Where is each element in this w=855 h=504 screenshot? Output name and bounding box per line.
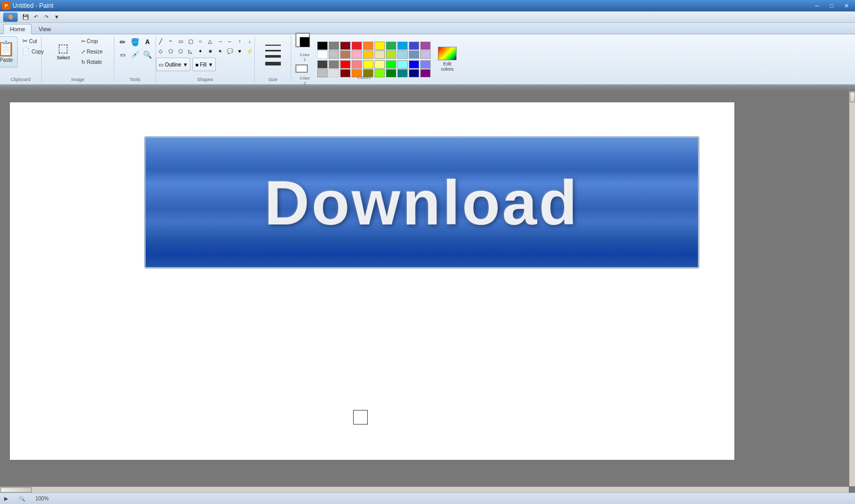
picker-tool[interactable]: 💉	[129, 49, 141, 60]
palette-cell[interactable]	[420, 60, 431, 69]
image-section: ⬚ Select ✂ Crop ⤢ Resize ↻ Rotate	[42, 36, 114, 82]
horizontal-scrollbar[interactable]	[0, 486, 849, 493]
shape-pentagon[interactable]: ⬠	[166, 46, 175, 56]
canvas-surface[interactable]: Download	[9, 102, 735, 460]
palette-cell[interactable]	[397, 42, 408, 50]
text-tool[interactable]: A	[142, 36, 153, 48]
palette-cell[interactable]	[363, 50, 373, 59]
shape-star4[interactable]: ✦	[196, 46, 205, 56]
rotate-button[interactable]: ↻ Rotate	[79, 57, 106, 67]
redo-button[interactable]: ↷	[42, 12, 51, 22]
palette-cell[interactable]	[340, 50, 351, 59]
colors-label: Colors	[291, 74, 437, 80]
shape-curve[interactable]: ~	[166, 36, 175, 46]
color1-selector[interactable]	[295, 33, 314, 51]
palette-cell[interactable]	[386, 42, 396, 50]
palette-cell[interactable]	[397, 60, 408, 69]
hscroll-thumb[interactable]	[1, 487, 32, 493]
palette-cell[interactable]	[340, 60, 351, 69]
shape-heart[interactable]: ♥	[235, 46, 244, 56]
cut-icon: ✂	[22, 37, 28, 45]
tab-view[interactable]: View	[32, 23, 58, 34]
shape-star5[interactable]: ★	[205, 46, 215, 56]
outline-button[interactable]: ▭ Outline ▼	[156, 58, 190, 71]
shape-star6[interactable]: ✶	[215, 46, 225, 56]
tools-section: ✏ 🪣 A ▭ 💉 🔍 Tools	[114, 36, 156, 82]
color2-selector[interactable]	[295, 64, 314, 75]
shape-arrow-left[interactable]: ←	[225, 36, 235, 46]
palette-cell[interactable]	[409, 42, 419, 50]
resize-icon: ⤢	[81, 49, 85, 55]
palette-cell[interactable]	[352, 60, 362, 69]
shape-hexagon[interactable]: ⬡	[176, 46, 185, 56]
close-button[interactable]: ✕	[839, 1, 853, 10]
maximize-button[interactable]: □	[825, 1, 838, 10]
shape-arrow-up[interactable]: ↑	[235, 36, 244, 46]
palette-cell[interactable]	[397, 50, 408, 59]
palette-cell[interactable]	[329, 60, 339, 69]
edit-colors-button[interactable]: Editcolors	[434, 45, 461, 74]
size-selector[interactable]	[264, 41, 282, 70]
shape-roundrect[interactable]: ▢	[186, 36, 195, 46]
shapes-grid: ╱ ~ ▭ ▢ ○ △ → ← ↑ ↓ ◇ ⬠ ⬡ ◺ ✦ ★ ✶ 💬 ♥	[156, 36, 254, 56]
quick-access-dropdown[interactable]: ▼	[52, 12, 61, 22]
palette-cell[interactable]	[317, 60, 328, 69]
palette-row3	[317, 60, 431, 69]
shape-callout[interactable]: 💬	[225, 46, 235, 56]
palette-cell[interactable]	[317, 50, 328, 59]
minimize-button[interactable]: ─	[810, 1, 824, 10]
shapes-label: Shapes	[160, 76, 250, 82]
fill-button[interactable]: ■ Fill ▼	[192, 58, 216, 71]
shape-line[interactable]: ╱	[156, 36, 165, 46]
magnifier-tool[interactable]: 🔍	[142, 49, 153, 60]
ribbon: 📋 Paste ✂ Cut 📄 Copy Clipboard ⬚	[0, 34, 855, 85]
palette-cell[interactable]	[363, 42, 373, 50]
colors-section: Color1 Color2	[291, 36, 437, 82]
eraser-tool[interactable]: ▭	[117, 49, 128, 60]
palette-cell[interactable]	[386, 50, 396, 59]
palette-cell[interactable]	[329, 50, 339, 59]
palette-cell[interactable]	[409, 50, 419, 59]
tab-home[interactable]: Home	[3, 24, 32, 34]
palette-cell[interactable]	[352, 42, 362, 50]
vscroll-thumb[interactable]	[850, 92, 855, 102]
undo-button[interactable]: ↶	[31, 12, 41, 22]
fill-tool[interactable]: 🪣	[129, 36, 141, 48]
fill-icon: ■	[195, 62, 198, 68]
palette-cell[interactable]	[386, 60, 396, 69]
palette-cell[interactable]	[420, 50, 431, 59]
shape-diamond[interactable]: ◇	[156, 46, 165, 56]
palette-cell[interactable]	[409, 60, 419, 69]
paste-button[interactable]: 📋 Paste	[0, 36, 18, 68]
shape-arrow-down[interactable]: ↓	[245, 36, 254, 46]
palette-cell[interactable]	[374, 42, 385, 50]
palette-cell[interactable]	[363, 60, 373, 69]
selection-handle[interactable]	[353, 410, 368, 425]
pencil-tool[interactable]: ✏	[117, 36, 128, 48]
size-label: Size	[259, 76, 287, 82]
select-button[interactable]: ⬚ Select	[50, 36, 76, 65]
shape-arrow-right[interactable]: →	[215, 36, 225, 46]
shape-ellipse[interactable]: ○	[196, 36, 205, 46]
paint-menu-button[interactable]: 🎨	[3, 12, 18, 22]
palette-cell[interactable]	[329, 42, 339, 50]
select-icon: ⬚	[58, 42, 69, 55]
canvas-top-bar	[0, 85, 855, 91]
vertical-scrollbar[interactable]	[849, 91, 855, 486]
palette-cell[interactable]	[420, 42, 431, 50]
save-button[interactable]: 💾	[21, 12, 30, 22]
palette-cell[interactable]	[352, 50, 362, 59]
palette-cell[interactable]	[340, 42, 351, 50]
palette-cell[interactable]	[374, 60, 385, 69]
palette-cell[interactable]	[317, 42, 328, 50]
crop-button[interactable]: ✂ Crop	[79, 36, 106, 46]
shape-triangle[interactable]: △	[205, 36, 215, 46]
shape-lightning[interactable]: ⚡	[245, 46, 254, 56]
canvas-area[interactable]: Download	[0, 91, 855, 493]
shape-rect[interactable]: ▭	[176, 36, 185, 46]
resize-button[interactable]: ⤢ Resize	[79, 47, 106, 56]
shape-righttri[interactable]: ◺	[186, 46, 195, 56]
tools-label: Tools	[119, 76, 151, 82]
palette-cell[interactable]	[374, 50, 385, 59]
size-section: Size	[255, 36, 291, 82]
